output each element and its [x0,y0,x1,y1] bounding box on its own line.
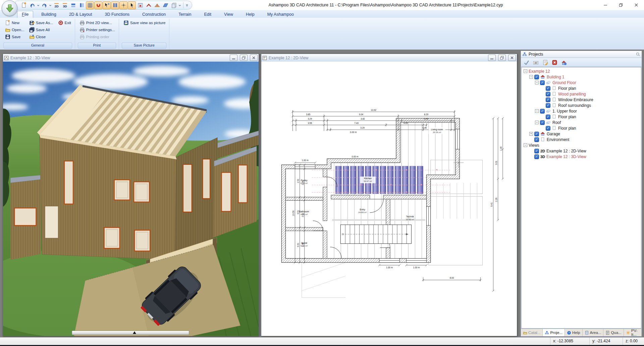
tree-item[interactable]: −✓Building 1 [522,74,641,80]
tree-item[interactable]: ✓Floor plan [522,125,641,131]
tree-item[interactable]: ✓Floor plan [522,114,641,120]
panel-tab-help[interactable]: ?Help [565,329,583,336]
copy-layers-icon[interactable] [170,1,178,9]
minus-expander-icon[interactable]: − [535,109,539,113]
tree-checkbox[interactable]: ✓ [534,75,539,79]
open--button[interactable]: Open... [4,26,25,33]
3d-viewport[interactable] [3,62,259,336]
tab-building[interactable]: Building [37,11,61,18]
save-button[interactable]: Save [4,33,25,40]
tree-item[interactable]: ✓Environment [522,137,641,142]
split-vertical-icon[interactable] [77,1,86,9]
tree-checkbox[interactable]: ✓ [546,103,550,108]
tab-my-ashampoo[interactable]: My Ashampoo [263,11,299,18]
close-button[interactable] [629,0,644,10]
view-3d-icon[interactable]: 3D [61,1,69,9]
tab-terrain[interactable]: Terrain [174,11,196,18]
tree-checkbox[interactable]: ✓ [546,115,550,119]
new-button[interactable]: New [4,19,25,26]
tree-item[interactable]: ✓2DExample 12 : 2D-View [522,148,641,154]
tab-help[interactable]: Help [241,11,259,18]
blue-plane-icon[interactable] [161,1,169,9]
close-button[interactable] [250,55,258,61]
roof-grid-icon[interactable] [153,1,161,9]
tree-item[interactable]: −Views [522,142,641,148]
panel-tab-area[interactable]: Area... [583,329,604,336]
tree-item[interactable]: −Example 12 [522,68,641,74]
plus-expander-icon[interactable]: + [529,132,533,136]
qat-overflow-icon[interactable] [185,4,189,7]
panel-tab-pvit[interactable]: PV-It... [624,329,642,336]
roof-red-icon[interactable] [145,1,153,9]
tree-checkbox[interactable]: ✓ [540,80,545,85]
tree-checkbox[interactable]: ✓ [546,126,550,131]
redo-icon[interactable] [40,1,48,9]
app-button[interactable] [2,0,17,16]
dropdown-caret-icon[interactable] [49,4,52,7]
minus-expander-icon[interactable]: − [529,75,533,79]
tree-checkbox[interactable]: ✓ [546,92,550,96]
rename-abl-button[interactable]: abl [532,59,540,66]
tree-item[interactable]: ✓3DExample 12 : 3D-View [522,154,641,159]
tree-item[interactable]: −✓1. Upper floor [522,108,641,114]
close-window-icon[interactable] [136,1,144,9]
split-horizontal-icon[interactable] [69,1,77,9]
save-all-button[interactable]: Save All [28,26,54,33]
tree-checkbox[interactable]: ✓ [546,86,550,91]
save-as--button[interactable]: Save As... [28,19,54,26]
tree-item[interactable]: +✓Garage [522,131,641,137]
grid-icon[interactable] [86,1,94,9]
panel-tab-catal[interactable]: Catal... [521,329,543,336]
tree-checkbox[interactable]: ✓ [534,154,539,159]
tab-2d-layout[interactable]: 2D & Layout [64,11,97,18]
tab-3d-functions[interactable]: 3D Functions [100,11,134,18]
tree-checkbox[interactable]: ✓ [534,137,539,142]
save-view-as-picture-button[interactable]: Save view as picture [122,19,166,26]
close-button[interactable]: Close [28,33,54,40]
tree-checkbox[interactable]: ✓ [540,120,545,125]
delete-red-button[interactable] [550,59,558,66]
snap-magnet-icon[interactable] [94,1,102,9]
magnifier-icon[interactable] [636,52,640,57]
minus-expander-icon[interactable]: − [524,143,527,147]
tree-checkbox[interactable]: ✓ [546,97,550,102]
tab-construction[interactable]: Construction [138,11,170,18]
tree-item[interactable]: −✓Roof [522,120,641,125]
tree-checkbox[interactable]: ✓ [534,132,539,136]
2d-viewport[interactable]: 13.923.859.048.293.293.825.453.557.494.0… [261,62,517,336]
apply-check-button[interactable] [522,59,530,66]
tree-item[interactable]: −✓Ground Floor [522,80,641,85]
print-2d-view--button[interactable]: Print 2D view... [78,19,116,26]
axis-cross-icon[interactable] [119,1,127,9]
tree-checkbox[interactable]: ✓ [534,149,539,153]
dropdown-caret-icon[interactable] [37,4,40,7]
new-page-icon[interactable] [20,1,28,9]
select-arrow-icon[interactable] [128,1,136,9]
tab-view[interactable]: View [219,11,238,18]
tab-edit[interactable]: Edit [200,11,216,18]
exit-button[interactable]: Exit [57,19,72,26]
tree-item[interactable]: ✓Floor plan [522,85,641,91]
printer-settings--button[interactable]: Printer settings... [78,26,116,33]
restore-button[interactable] [498,55,506,61]
3d-view-titlebar[interactable]: Example 12 : 3D-View [3,54,259,62]
undo-icon[interactable] [28,1,36,9]
close-button[interactable] [508,55,516,61]
tree-item[interactable]: ✓Wood panelling [522,91,641,97]
new-building-button[interactable] [560,59,568,66]
minimize-button[interactable] [230,55,237,61]
tree-item[interactable]: ✓Roof surroundings [522,102,641,108]
minimize-button[interactable] [598,0,613,10]
panel-tab-qua[interactable]: Qua... [603,329,624,336]
tab-file[interactable]: File [17,11,33,18]
minus-expander-icon[interactable]: − [535,121,539,124]
parallel-guides-icon[interactable] [111,1,119,9]
view-slider[interactable] [72,331,189,335]
tree-checkbox[interactable]: ✓ [540,109,545,114]
2d-view-titlebar[interactable]: Example 12 : 2D-View [261,54,517,62]
properties-note-button[interactable] [541,59,549,66]
view-2d-icon[interactable]: 2D [52,1,60,9]
tree-item[interactable]: ✓Window Embrasure [522,97,641,102]
minimize-button[interactable] [488,55,496,61]
restore-button[interactable] [240,55,248,61]
